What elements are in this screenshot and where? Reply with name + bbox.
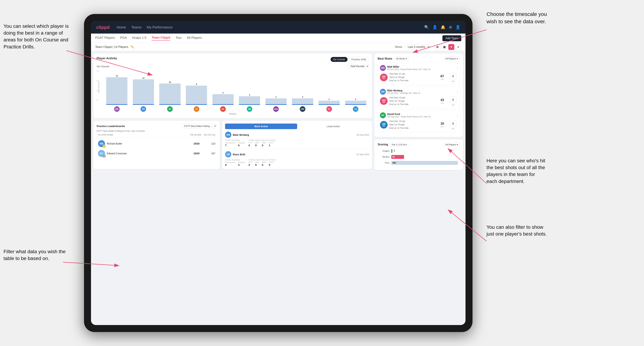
leaderboard-row-1[interactable]: EC 2 Edward Crossman 18/20 107 bbox=[96, 149, 217, 158]
y-axis-label: Total Rounds bbox=[98, 82, 100, 93]
least-active-tab[interactable]: Least Active bbox=[297, 124, 369, 129]
shot-player-detail-0: 09 Jun 2023 · Royal North Devon GC, Hole… bbox=[387, 68, 455, 71]
nav-teams[interactable]: Teams bbox=[131, 25, 142, 29]
on-course-header: On Course Total Rounds bbox=[96, 64, 369, 68]
shot-metric-0: 67 yds bbox=[438, 74, 447, 80]
scoring-label-eagles: Eagles bbox=[379, 150, 390, 152]
scoring-bar-pars-inner: 499 bbox=[391, 161, 458, 165]
leaderboard-row-0[interactable]: RB 1 Richard Butler 19/20 110 bbox=[96, 139, 217, 149]
shot-badge-suffix-2: SG bbox=[382, 125, 385, 127]
map-stat-total-practice-label-1: Total Practice Activities bbox=[248, 159, 276, 161]
bar-3 bbox=[186, 86, 207, 105]
scoring-bar-pars: Pars 499 bbox=[379, 161, 458, 165]
right-panel: Best Shots All Shots ▾ All Players ▾ bbox=[374, 51, 466, 325]
most-active-player-1: RB Rees Britt 02 Sep 2023 Total Rounds bbox=[225, 151, 369, 166]
card-view-button[interactable]: ▦ bbox=[441, 44, 447, 50]
shot-metric-zero-2: 0 yds bbox=[448, 120, 458, 130]
best-shots-header: Best Shots All Shots ▾ All Players ▾ bbox=[378, 57, 460, 61]
shot-metric-1: 43 yds bbox=[438, 98, 447, 104]
total-rounds-dropdown[interactable]: Total Rounds bbox=[348, 64, 369, 68]
gtt-val-1: 0 bbox=[248, 163, 252, 166]
bar-value-3: 9 bbox=[196, 83, 197, 85]
user-icon[interactable]: 👤 bbox=[432, 25, 437, 29]
search-icon[interactable]: 🔍 bbox=[424, 25, 429, 29]
scoring-filter-button[interactable]: Par 3, 4 & 5s ▾ bbox=[390, 143, 409, 147]
avatar-img-3: JC bbox=[194, 106, 199, 112]
gtt-label-1: GTT bbox=[248, 161, 252, 163]
app-label-0: APP bbox=[255, 142, 259, 144]
bar-chart-container: 0 5 10 15 13 bbox=[96, 70, 369, 115]
avatar-4: EE bbox=[210, 106, 236, 112]
add-team-button[interactable]: Add Team bbox=[442, 35, 461, 41]
nav-home[interactable]: Home bbox=[117, 25, 126, 29]
bar-group-1: 12 bbox=[130, 70, 157, 105]
leaderboard-title: Practice Leaderboards bbox=[96, 125, 125, 128]
best-shots-title: Best Shots bbox=[378, 57, 392, 60]
shot-zero-circle-0: 0 bbox=[449, 72, 457, 80]
tab-all-players[interactable]: All Players bbox=[187, 36, 202, 40]
shot-avatar-2: DF bbox=[380, 112, 386, 118]
avatar-row: BM RB DF JC EE bbox=[96, 105, 369, 112]
shot-chevron-2: › bbox=[456, 114, 458, 117]
sub-nav: PGAT Players PGA Hcaps 1-5 Team Clippd T… bbox=[91, 33, 466, 43]
edit-team-icon[interactable]: ✏️ bbox=[131, 45, 134, 49]
scoring-filter-label: Par 3, 4 & 5s bbox=[392, 143, 405, 146]
scoring-bar-birdies: Birdies 96 bbox=[379, 155, 458, 159]
avatar-img-8: EC bbox=[326, 106, 332, 112]
drill-dropdown[interactable]: PUTT Must Make Putting ... bbox=[182, 124, 217, 128]
map-player-name-0: Blair McHarg bbox=[233, 133, 249, 136]
profile-icon[interactable]: 👤 bbox=[456, 25, 460, 29]
map-stat-tournament-val-0: 7 bbox=[225, 144, 235, 147]
all-shots-filter-button[interactable]: All Shots ▾ bbox=[394, 57, 409, 61]
arg-val-0: 0 bbox=[262, 144, 266, 147]
show-label: Show: bbox=[395, 45, 403, 49]
annotation-filter-shots: You can also filter to showjust one play… bbox=[486, 224, 547, 237]
practice-leaderboards-card: Practice Leaderboards PUTT Must Make Put… bbox=[94, 121, 220, 169]
shot-card-0[interactable]: MM Matt Miller 09 Jun 2023 · Royal North… bbox=[378, 63, 460, 85]
app-label-1: APP bbox=[255, 161, 259, 163]
map-stat-gtt-1: GTT 0 bbox=[248, 161, 252, 166]
map-stat-tournament-label-0: Tournament bbox=[225, 142, 235, 144]
most-active-tab[interactable]: Most Active bbox=[225, 124, 297, 129]
map-stat-cols-0: Tournament 7 Practice 6 bbox=[225, 142, 245, 147]
tab-hcaps[interactable]: Hcaps 1-5 bbox=[132, 36, 146, 40]
avatar-8: EC bbox=[316, 106, 342, 112]
tab-team-clippd[interactable]: Team Clippd bbox=[152, 36, 170, 40]
shot-info-text-1: Shot Dist: 43 ydsStart Lie: RoughEnd Lie… bbox=[390, 96, 436, 106]
map-stat-rounds-0: Total Rounds Tournament 7 Practice bbox=[225, 139, 245, 147]
practice-drills-toggle[interactable]: Practice Drills bbox=[348, 57, 369, 62]
tab-tour[interactable]: Tour bbox=[176, 36, 182, 40]
leaderboard-pb-0: 19/20 bbox=[186, 142, 200, 145]
heart-view-button[interactable]: ♥ bbox=[448, 44, 454, 50]
show-timerange-dropdown[interactable]: Last 3 months bbox=[405, 44, 430, 49]
app-val-1: 0 bbox=[255, 163, 259, 166]
avatar-7: MM bbox=[289, 106, 316, 112]
scoring-players-button[interactable]: All Players ▾ bbox=[444, 143, 460, 147]
y-label-10: 10 bbox=[96, 80, 103, 82]
notifications-icon[interactable]: 🔔 bbox=[441, 25, 446, 29]
map-player-date-0: 26 Aug 2023 bbox=[356, 134, 369, 136]
team-name-label: Team Clippd | 14 Players bbox=[95, 45, 128, 49]
shot-card-2[interactable]: DF David Ford 24 Aug 2023 · Royal North … bbox=[378, 110, 460, 132]
shot-card-1[interactable]: BM Blair McHarg 23 Jul 2023 · Ashridge G… bbox=[378, 86, 460, 109]
bar-group-2: 10 bbox=[156, 70, 183, 105]
tab-pgat-players[interactable]: PGAT Players bbox=[95, 36, 115, 40]
bar-value-7: 3 bbox=[302, 96, 303, 98]
tab-pga[interactable]: PGA bbox=[120, 36, 127, 40]
bar-group-0: 13 bbox=[104, 70, 130, 105]
shot-metric-zero-0: 0 yds bbox=[448, 72, 458, 82]
list-view-button[interactable]: ≡ bbox=[455, 44, 461, 50]
shot-avatar-1: BM bbox=[380, 89, 386, 95]
nav-my-performance[interactable]: My Performance bbox=[147, 25, 172, 29]
grid-view-button[interactable]: ⊞ bbox=[434, 44, 440, 50]
map-stat-practice-activities-0: Total Practice Activities GTT 0 APP bbox=[248, 139, 276, 147]
shot-metric-unit-0: yds bbox=[441, 78, 444, 80]
on-course-toggle[interactable]: On Course bbox=[330, 57, 348, 62]
shot-badge-1: 200 SG bbox=[380, 97, 388, 105]
putt-label-1: PUTT bbox=[269, 161, 274, 163]
shot-chevron-0: › bbox=[456, 66, 458, 70]
plus-circle-icon[interactable]: ⊕ bbox=[449, 25, 452, 29]
scoring-bar-eagles: Eagles 3 bbox=[379, 149, 458, 153]
all-players-filter-button[interactable]: All Players ▾ bbox=[444, 57, 460, 61]
annotation-filter-table: Filter what data you wish thetable to be… bbox=[4, 248, 66, 262]
